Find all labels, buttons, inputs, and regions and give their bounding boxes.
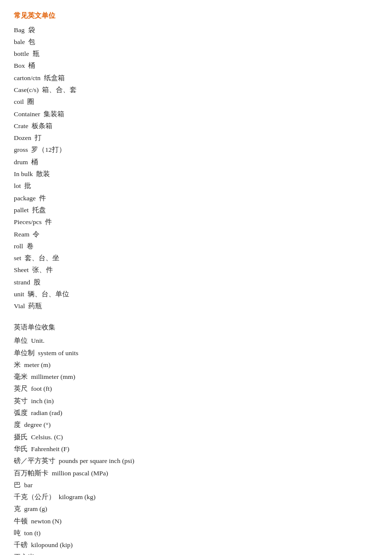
entry-zh: 集装箱 [44, 110, 64, 118]
entry-zh: 度 [14, 421, 21, 428]
entry-en: Vial [14, 302, 25, 310]
entry-en: coil [14, 98, 24, 105]
list-item: Crate 板条箱 [14, 120, 378, 132]
entry-en: In bulk [14, 170, 33, 178]
entry-en: Case(c/s) [14, 86, 39, 93]
entry-en: carton/ctn [14, 74, 41, 82]
list-item: In bulk 散装 [14, 168, 378, 180]
entries-list: Bag 袋bale 包bottle 瓶Box 桶carton/ctn 纸盒箱Ca… [14, 24, 378, 313]
entry-zh: 牛顿 [14, 517, 28, 525]
list-item: 克 gram (g) [14, 503, 378, 515]
list-item: carton/ctn 纸盒箱 [14, 72, 378, 84]
list-item: bottle 瓶 [14, 48, 378, 60]
list-item: Case(c/s) 箱、合、套 [14, 84, 378, 96]
entry-zh: 弧度 [14, 409, 28, 416]
entry-en: Fahrenheit (F) [31, 445, 70, 453]
entry-zh: 袋 [28, 26, 35, 34]
list-item: gross 罗（12打） [14, 144, 378, 156]
entry-en: strand [14, 278, 30, 286]
entry-en: lot [14, 182, 21, 189]
entry-zh: 百万帕斯卡 [14, 469, 48, 477]
entry-en: kilopound (kip) [31, 541, 73, 549]
entry-zh: 张、件 [32, 266, 53, 274]
list-item: 巴 bar [14, 479, 378, 491]
list-item: 单位 Unit. [14, 335, 378, 347]
entry-zh: 套、台、坐 [25, 254, 59, 262]
entry-en: pallet [14, 206, 29, 214]
list-item: 英寸 inch (in) [14, 395, 378, 407]
entry-en: square meter (m 2) [38, 554, 88, 555]
entry-zh: 英尺 [14, 385, 28, 392]
list-item: Vial 药瓶 [14, 300, 378, 312]
entry-en: Crate [14, 122, 28, 130]
entry-zh: 药瓶 [28, 302, 42, 310]
entry-zh: 托盘 [32, 206, 46, 214]
section2-title: 英语单位收集 [14, 322, 378, 333]
list-item: 单位制 system of units [14, 347, 378, 359]
entry-en: radian (rad) [31, 409, 62, 416]
list-item: set 套、台、坐 [14, 252, 378, 264]
list-item: 千磅 kilopound (kip) [14, 539, 378, 551]
list-item: Pieces/pcs 件 [14, 216, 378, 228]
entry-en: ton (t) [24, 529, 41, 537]
list-item: Bag 袋 [14, 24, 378, 36]
entry-zh: 桶 [31, 158, 38, 166]
list-item: 平方米 square meter (m 2) [14, 552, 378, 555]
list-item: coil 圈 [14, 96, 378, 108]
entry-zh: 克 [14, 505, 21, 512]
list-item: 英尺 foot (ft) [14, 383, 378, 395]
entry-zh: 打 [35, 134, 42, 141]
entry-en: degree (°) [24, 421, 51, 428]
list-item: 弧度 radian (rad) [14, 407, 378, 419]
entry-en: drum [14, 158, 28, 166]
entry-en: package [14, 194, 36, 202]
entry-zh: 吨 [14, 529, 21, 537]
entry-zh: 毫米 [14, 373, 28, 380]
entry-zh: 巴 [14, 481, 21, 489]
entry-zh: 英寸 [14, 397, 28, 405]
entry-en: Celsius. (C) [31, 433, 63, 441]
list-item: 百万帕斯卡 million pascal (MPa) [14, 467, 378, 479]
entry-en: bale [14, 38, 25, 46]
entry-zh: 单位 [14, 337, 28, 344]
entry-en: newton (N) [31, 517, 62, 525]
entry-en: gram (g) [24, 505, 47, 512]
entry-zh: 摄氏 [14, 433, 28, 441]
list-item: bale 包 [14, 36, 378, 48]
list-item: roll 卷 [14, 240, 378, 252]
entry-en: Bag [14, 26, 25, 34]
entry-zh: 华氏 [14, 445, 28, 453]
entry-en: bar [24, 481, 33, 489]
entry-zh: 箱、合、套 [42, 86, 77, 93]
entry-en: Sheet [14, 266, 29, 274]
entry-zh: 纸盒箱 [44, 74, 65, 82]
entry-zh: 平方米 [14, 554, 35, 555]
list-item: Sheet 张、件 [14, 264, 378, 276]
entry-en: foot (ft) [31, 385, 52, 392]
entry-zh: 千磅 [14, 541, 28, 549]
entry-en: Box [14, 62, 25, 69]
entry-en: Ream [14, 231, 30, 238]
list-item: Container 集装箱 [14, 108, 378, 120]
entries2-list: 单位 Unit.单位制 system of units米 meter (m)毫米… [14, 335, 378, 555]
entry-zh: 单位制 [14, 349, 35, 357]
entry-zh: 磅／平方英寸 [14, 457, 55, 464]
entry-en: pounds per square inch (psi) [59, 457, 134, 464]
list-item: 吨 ton (t) [14, 527, 378, 539]
entry-zh: 圈 [27, 98, 34, 105]
entry-en: Unit. [31, 337, 44, 344]
entry-zh: 辆、台、单位 [28, 290, 69, 298]
entry-zh: 件 [39, 194, 46, 202]
list-item: pallet 托盘 [14, 204, 378, 216]
list-item: drum 桶 [14, 156, 378, 168]
entry-en: gross [14, 146, 28, 153]
entry-zh: 罗（12打） [31, 146, 66, 153]
entry-en: inch (in) [31, 397, 54, 405]
list-item: lot 批 [14, 180, 378, 192]
entry-en: set [14, 254, 21, 262]
entry-zh: 散装 [36, 170, 50, 178]
entry-zh: 桶 [28, 62, 35, 69]
section1-title: 常见英文单位 [14, 10, 378, 22]
list-item: Ream 令 [14, 229, 378, 240]
entry-en: Container [14, 110, 40, 118]
